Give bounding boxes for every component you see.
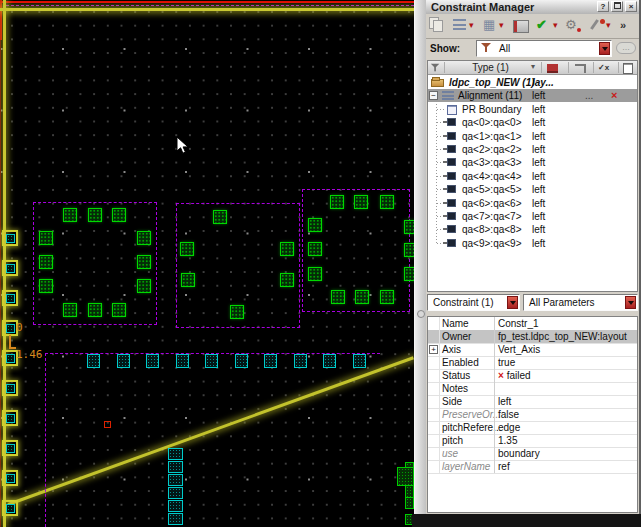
green-shape[interactable] [404,243,414,257]
constraint-selector-dropdown-button[interactable] [507,296,518,309]
io-pad[interactable] [2,230,18,246]
tree-item-row[interactable]: qa<9>:qa<9>left [428,237,637,250]
create-constraint-icon[interactable] [453,19,466,31]
property-row[interactable]: NameConstr_1 [428,317,637,331]
green-shape[interactable] [39,231,53,245]
property-row[interactable]: useboundary [428,447,637,461]
verify-check-icon[interactable]: ✔ [536,17,552,33]
cyan-pin-shape[interactable] [264,354,277,368]
panel-titlebar[interactable]: Constraint Manager ? × [426,0,639,15]
parameters-selector-dropdown-button[interactable] [625,296,636,309]
green-shape[interactable] [39,255,53,269]
io-pad[interactable] [2,380,18,396]
green-shape[interactable] [404,267,414,281]
cyan-pin-shape[interactable] [87,354,100,368]
green-shape[interactable] [380,195,394,209]
copy-icon[interactable] [429,17,445,33]
float-button[interactable] [611,1,623,12]
expand-icon[interactable]: + [429,345,438,354]
io-pad[interactable] [2,470,18,486]
green-shape[interactable] [354,195,368,209]
green-shape[interactable] [280,273,294,287]
show-filter-combobox[interactable]: All [476,40,612,57]
layer-column-icon[interactable] [547,64,558,73]
green-shape[interactable] [63,303,77,317]
property-row[interactable]: Enabledtrue [428,356,637,370]
filter-more-button[interactable]: ... [616,42,636,54]
tree-item-row[interactable]: qa<0>:qa<0>left [428,116,637,129]
cyan-via-stack[interactable] [168,513,183,525]
green-shape[interactable] [230,305,244,319]
tree-item-row[interactable]: qa<7>:qa<7>left [428,210,637,223]
io-pad[interactable] [2,260,18,276]
collapse-icon[interactable]: − [429,91,438,100]
green-shape[interactable] [63,208,77,222]
cyan-pin-shape[interactable] [235,354,248,368]
green-edge-shape[interactable] [397,467,414,486]
io-pad[interactable] [2,440,18,456]
layout-canvas[interactable]: 0 1.46 [0,0,414,527]
cyan-pin-shape[interactable] [176,354,189,368]
property-row[interactable]: pitch1.35 [428,434,637,448]
sort-caret-icon[interactable]: ▾ [531,62,535,71]
green-shape[interactable] [380,290,394,304]
help-button[interactable]: ? [597,1,609,12]
tree-item-row[interactable]: qa<8>:qa<8>left [428,223,637,236]
type-column-header[interactable]: Type (1) [448,62,533,73]
io-pad[interactable] [2,410,18,426]
property-row[interactable]: pitchRefere...edge [428,421,637,435]
cyan-pin-shape[interactable] [323,354,336,368]
green-shape[interactable] [404,220,414,234]
tree-group-row-alignment[interactable]: − Alignment (11) left ... × [428,89,637,102]
green-shape[interactable] [137,255,151,269]
tree-item-row[interactable]: qa<4>:qa<4>left [428,170,637,183]
tree-item-row[interactable]: qa<6>:qa<6>left [428,197,637,210]
green-shape[interactable] [88,208,102,222]
instances-dropdown-icon[interactable]: ▾ [499,21,504,30]
property-row[interactable]: +AxisVert_Axis [428,343,637,357]
close-button[interactable]: × [625,1,637,12]
cyan-pin-shape[interactable] [146,354,159,368]
notebook-icon[interactable] [513,20,529,33]
fix-dropdown-icon[interactable]: ▾ [606,21,611,30]
green-shape[interactable] [355,290,369,304]
green-shape[interactable] [137,231,151,245]
property-row[interactable]: PreserveOr...false [428,408,637,422]
property-row[interactable]: Status× failed [428,369,637,383]
tree-root-row[interactable]: ldpc_top_NEW (1) lay... [428,76,637,89]
parameters-selector[interactable]: All Parameters [523,294,638,311]
cyan-via-stack[interactable] [168,448,183,460]
io-pad[interactable] [2,500,18,516]
toolbar-overflow-button[interactable]: » [620,19,626,31]
clamp-column-icon[interactable] [575,64,586,73]
cyan-via-stack[interactable] [168,487,183,499]
tree-item-row[interactable]: qa<5>:qa<5>left [428,183,637,196]
gear-icon[interactable]: ⚙ [565,17,581,33]
header-filter-icon[interactable] [431,63,440,72]
cyan-pin-shape[interactable] [353,354,366,368]
green-shape[interactable] [112,208,126,222]
tree-item-row[interactable]: qa<2>:qa<2>left [428,143,637,156]
green-shape[interactable] [180,242,194,256]
validate-column-icon[interactable]: ✓x [598,63,609,72]
green-shape[interactable] [280,242,294,256]
show-filter-dropdown-button[interactable] [599,42,610,55]
green-shape[interactable] [331,290,345,304]
green-edge-shape[interactable] [405,497,414,509]
green-shape[interactable] [88,303,102,317]
cyan-pin-shape[interactable] [117,354,130,368]
tree-item-row[interactable]: PR Boundaryleft [428,103,637,116]
green-shape[interactable] [213,210,227,224]
tree-item-row[interactable]: qa<3>:qa<3>left [428,156,637,169]
tree-item-row[interactable]: qa<1>:qa<1>left [428,130,637,143]
green-shape[interactable] [308,218,322,232]
property-row[interactable]: Notes [428,382,637,396]
green-shape[interactable] [308,267,322,281]
notes-column-icon[interactable] [623,63,633,74]
constraint-selector[interactable]: Constraint (1) [427,294,520,311]
property-row[interactable]: Sideleft [428,395,637,409]
verify-dropdown-icon[interactable]: ▾ [553,21,558,30]
property-row[interactable]: Ownerfp_test.ldpc_top_NEW:layout [428,330,637,344]
cyan-via-stack[interactable] [168,461,183,473]
cyan-pin-shape[interactable] [294,354,307,368]
